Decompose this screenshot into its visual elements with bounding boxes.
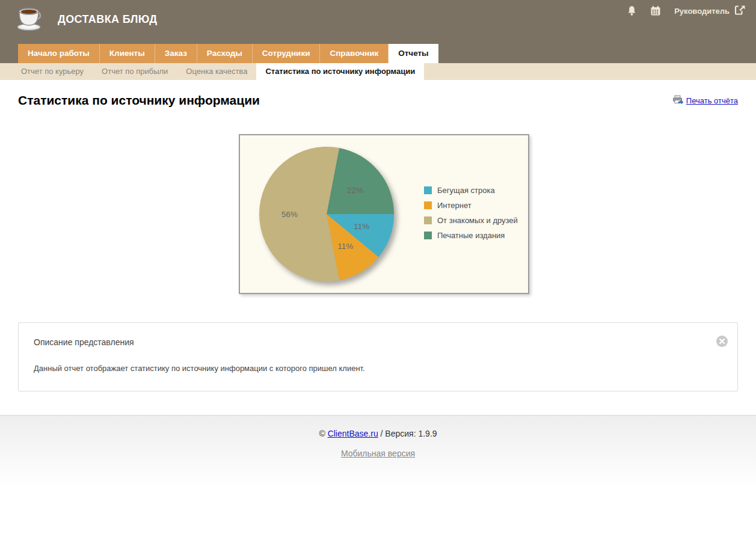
pie-slice-label: 56% [281, 210, 298, 219]
print-report-link[interactable]: Печать отчёта [686, 96, 738, 105]
tab-отчеты[interactable]: Отчеты [389, 44, 438, 63]
brand: ДОСТАВКА БЛЮД [14, 5, 157, 34]
legend-item: Печатные издания [424, 231, 518, 240]
legend-label: От знакомых и друзей [437, 216, 518, 225]
topbar: Руководитель [627, 5, 746, 17]
subtab-отчет-по-прибыли[interactable]: Отчет по прибыли [93, 63, 177, 80]
legend-label: Бегущая строка [437, 186, 495, 195]
coffee-cup-logo [14, 5, 43, 34]
page-title: Статистика по источнику информации [18, 93, 260, 108]
legend-item: Бегущая строка [424, 186, 518, 195]
print-report: Печать отчёта [672, 95, 738, 106]
copyright-symbol: © [319, 429, 325, 438]
legend-label: Печатные издания [437, 231, 505, 240]
main-tabs: Начало работыКлиентыЗаказРасходыСотрудни… [18, 44, 438, 63]
tab-справочник[interactable]: Справочник [320, 44, 389, 63]
description-title: Описание представления [34, 337, 723, 347]
subtab-оценка-качества[interactable]: Оценка качества [177, 63, 256, 80]
tab-сотрудники[interactable]: Сотрудники [253, 44, 321, 63]
tab-заказ[interactable]: Заказ [155, 44, 197, 63]
legend-swatch [424, 201, 432, 209]
logout-icon[interactable] [734, 5, 746, 17]
legend-item: Интернет [424, 201, 518, 210]
mobile-version-link[interactable]: Мобильная версия [341, 449, 415, 458]
description-text: Данный отчет отображает статистику по ис… [34, 364, 723, 373]
chart-container: 22%11%11%56% Бегущая строкаИнтернетОт зн… [239, 134, 529, 294]
user-role-label: Руководитель [674, 7, 730, 16]
legend-swatch [424, 186, 432, 194]
tab-начало-работы[interactable]: Начало работы [18, 44, 100, 63]
calendar-icon[interactable] [650, 5, 661, 16]
printer-icon[interactable] [672, 95, 683, 106]
description-panel: Описание представления Данный отчет отоб… [18, 322, 738, 391]
page-footer: © ClientBase.ru / Версия: 1.9.9 Мобильна… [0, 415, 756, 534]
chart-legend: Бегущая строкаИнтернетОт знакомых и друз… [424, 180, 518, 246]
app-title: ДОСТАВКА БЛЮД [58, 13, 157, 26]
subtab-отчет-по-курьеру[interactable]: Отчет по курьеру [12, 63, 93, 80]
report-subnav: Отчет по курьеруОтчет по прибылиОценка к… [0, 63, 756, 80]
tab-расходы[interactable]: Расходы [197, 44, 253, 63]
legend-label: Интернет [437, 201, 472, 210]
version-label: / Версия: 1.9.9 [381, 429, 437, 438]
clientbase-link[interactable]: ClientBase.ru [328, 429, 378, 438]
tab-клиенты[interactable]: Клиенты [100, 44, 155, 63]
pie-slice-label: 11% [354, 222, 369, 231]
page-head: Статистика по источнику информации Печат… [18, 93, 738, 108]
bell-icon[interactable] [627, 5, 637, 16]
close-icon[interactable] [716, 335, 728, 350]
copyright-line: © ClientBase.ru / Версия: 1.9.9 [0, 416, 756, 438]
user-menu[interactable]: Руководитель [674, 5, 746, 17]
pie-chart: 22%11%11%56% [254, 142, 399, 286]
subtab-статистика-по-источнику-информации[interactable]: Статистика по источнику информации [256, 63, 424, 80]
legend-swatch [424, 216, 432, 224]
app-header: ДОСТАВКА БЛЮД Руководитель [0, 0, 756, 63]
legend-swatch [424, 232, 432, 239]
legend-item: От знакомых и друзей [424, 216, 518, 225]
pie-slice-label: 11% [337, 242, 353, 251]
pie-slice-label: 22% [347, 186, 363, 195]
